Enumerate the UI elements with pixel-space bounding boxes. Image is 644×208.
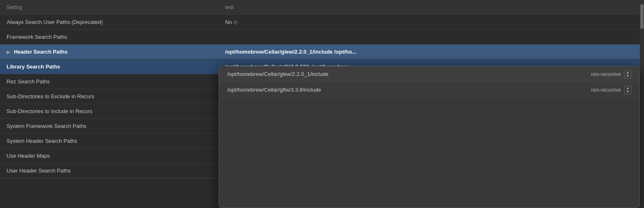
always-search-user-paths-label: Always Search User Paths (Deprecated) — [7, 19, 225, 25]
table-header: Setting test — [0, 0, 644, 15]
setting-column-header: Setting — [7, 5, 225, 10]
popup-recursive-1: non-recursive — [591, 87, 621, 93]
always-search-user-paths-value: No ◇ — [225, 19, 637, 25]
popup-entry-1[interactable]: /opt/homebrew/Cellar/glfw/3.3.8/include … — [219, 82, 639, 98]
header-search-paths-dropdown: /opt/homebrew/Cellar/glew/2.2.0_1/includ… — [219, 66, 640, 208]
header-search-paths-value: /opt/homebrew/Cellar/glew/2.2.0_1/includ… — [225, 49, 637, 55]
sub-dirs-include-label: Sub-Directories to Include in Recurs — [7, 108, 225, 114]
system-header-search-paths-label: System Header Search Paths — [7, 138, 225, 144]
scrollbar-track[interactable] — [640, 0, 644, 208]
scrollbar-thumb[interactable] — [640, 4, 644, 29]
popup-stepper-1[interactable]: ▲▼ — [624, 85, 631, 95]
popup-path-1: /opt/homebrew/Cellar/glfw/3.3.8/include — [227, 87, 591, 93]
user-header-search-paths-label: User Header Search Paths — [7, 168, 225, 174]
popup-path-0: /opt/homebrew/Cellar/glew/2.2.0_1/includ… — [227, 71, 591, 77]
value-column-header: test — [225, 4, 637, 10]
popup-empty-area — [219, 98, 639, 208]
chevron-right-icon: ▶ — [7, 50, 10, 54]
use-header-maps-label: Use Header Maps — [7, 153, 225, 159]
rez-search-paths-label: Rez Search Paths — [7, 78, 225, 85]
row-always-search-user-paths[interactable]: Always Search User Paths (Deprecated) No… — [0, 15, 644, 30]
system-framework-search-paths-label: System Framework Search Paths — [7, 123, 225, 129]
sub-dirs-exclude-label: Sub-Directories to Exclude in Recurs — [7, 93, 225, 99]
library-search-paths-label: Library Search Paths — [7, 64, 225, 70]
row-framework-search-paths[interactable]: Framework Search Paths — [0, 30, 644, 45]
row-header-search-paths[interactable]: ▶ Header Search Paths /opt/homebrew/Cell… — [0, 45, 644, 59]
popup-stepper-0[interactable]: ▲▼ — [624, 70, 631, 79]
popup-recursive-0: non-recursive — [591, 71, 621, 77]
main-panel: Setting test Always Search User Paths (D… — [0, 0, 644, 208]
framework-search-paths-label: Framework Search Paths — [7, 34, 225, 40]
header-search-paths-label: ▶ Header Search Paths — [7, 49, 225, 55]
popup-entry-0[interactable]: /opt/homebrew/Cellar/glew/2.2.0_1/includ… — [219, 66, 639, 82]
